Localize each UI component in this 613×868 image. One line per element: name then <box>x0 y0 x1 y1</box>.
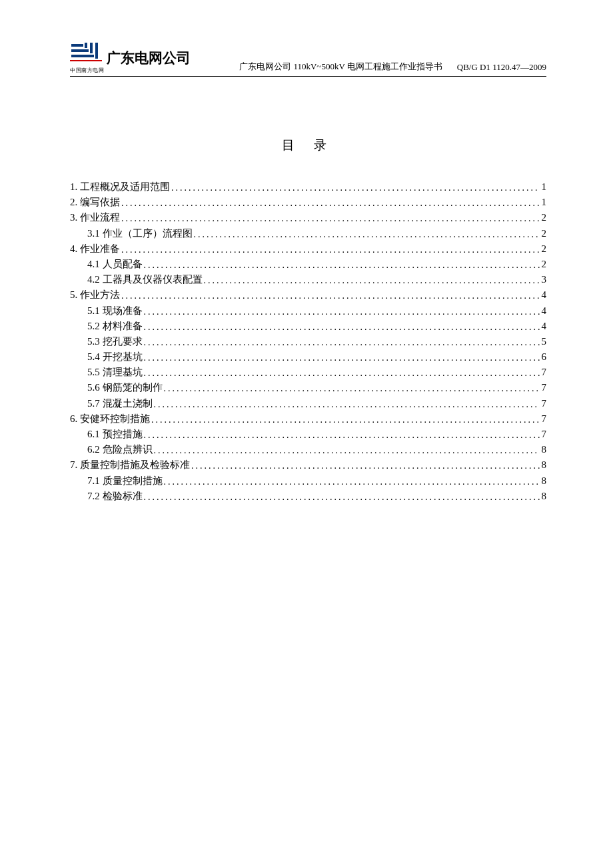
toc-entry-label: 2. 编写依据 <box>70 197 120 207</box>
toc-entry-page: 6 <box>540 352 546 362</box>
toc-entry-page: 7 <box>540 414 546 424</box>
toc-entry-label: 4.1 人员配备 <box>87 259 143 269</box>
toc-entry-page: 2 <box>540 244 546 254</box>
toc-entry-text: 6.1 预控措施 <box>87 429 143 439</box>
toc-entry: 3. 作业流程2 <box>70 213 546 223</box>
toc-entry-page: 5 <box>540 337 546 347</box>
toc-entry-label: 6. 安健环控制措施 <box>70 414 150 424</box>
toc-entry-text: 作业方法 <box>77 289 120 300</box>
toc-entry: 5.6 钢筋笼的制作7 <box>70 383 546 393</box>
toc-leader-dots <box>143 323 540 332</box>
toc-leader-dots <box>190 461 540 471</box>
toc-entry-page: 3 <box>540 275 546 285</box>
svg-rect-3 <box>85 43 87 48</box>
toc-entry-page: 7 <box>540 367 546 377</box>
toc-entry-number: 4. <box>70 243 77 254</box>
toc-entry: 2. 编写依据1 <box>70 197 546 207</box>
header-right: 广东电网公司 110kV~500kV 电网工程施工作业指导书 QB/G D1 1… <box>191 61 546 74</box>
toc-leader-dots <box>143 353 540 363</box>
toc-entry-number: 6. <box>70 413 77 424</box>
toc-entry-label: 5.7 混凝土浇制 <box>87 399 153 409</box>
toc-entry: 6.2 危险点辨识8 <box>70 445 546 455</box>
toc-entry-text: 5.6 钢筋笼的制作 <box>87 382 163 393</box>
toc-leader-dots <box>143 493 540 502</box>
toc-leader-dots <box>143 261 540 270</box>
toc-entry-label: 3.1 作业（工序）流程图 <box>87 229 193 239</box>
toc-entry: 5. 作业方法4 <box>70 290 546 300</box>
toc-entry-text: 5.4 开挖基坑 <box>87 351 143 362</box>
toc-entry-page: 8 <box>540 476 546 486</box>
toc-entry-text: 5.1 现场准备 <box>87 305 143 316</box>
toc-entry-number: 7. <box>70 459 77 470</box>
toc-entry-page: 1 <box>540 182 546 192</box>
toc-entry-page: 1 <box>540 197 546 207</box>
toc-entry-page: 4 <box>540 321 546 331</box>
toc-entry: 4. 作业准备2 <box>70 244 546 254</box>
toc-entry-label: 4. 作业准备 <box>70 244 120 254</box>
toc-leader-dots <box>120 291 540 301</box>
toc-entry: 5.7 混凝土浇制 7 <box>70 399 546 409</box>
toc-entry: 5.1 现场准备4 <box>70 306 546 316</box>
toc-entry: 5.3 挖孔要求5 <box>70 337 546 347</box>
toc-entry-number: 1. <box>70 181 77 192</box>
toc-entry-label: 5. 作业方法 <box>70 290 120 300</box>
toc-leader-dots <box>153 446 540 455</box>
toc-leader-dots <box>120 245 540 255</box>
toc-entry: 7.2 检验标准8 <box>70 491 546 501</box>
toc-entry: 7. 质量控制措施及检验标准8 <box>70 460 546 470</box>
toc-leader-dots <box>170 183 540 193</box>
toc-entry-text: 质量控制措施及检验标准 <box>77 459 190 470</box>
toc-entry-number: 5. <box>70 289 77 300</box>
toc-entry-label: 5.2 材料准备 <box>87 321 143 331</box>
logo-wrapper: 中国南方电网 <box>70 40 104 74</box>
toc-entry-text: 7.1 质量控制措施 <box>87 475 163 486</box>
toc-entry-label: 5.5 清理基坑 <box>87 367 143 377</box>
toc-entry-label: 5.6 钢筋笼的制作 <box>87 383 163 393</box>
toc-entry-text: 6.2 危险点辨识 <box>87 444 153 455</box>
company-name: 广东电网公司 <box>107 51 191 74</box>
toc-entry-text: 3.1 作业（工序）流程图 <box>87 228 193 239</box>
toc-leader-dots <box>143 338 540 347</box>
toc-entry: 3.1 作业（工序）流程图2 <box>70 229 546 239</box>
toc-entry-label: 5.4 开挖基坑 <box>87 352 143 362</box>
toc-entry-text: 工程概况及适用范围 <box>77 181 170 192</box>
toc-entry: 4.1 人员配备2 <box>70 259 546 269</box>
toc-leader-dots <box>163 384 540 393</box>
toc-entry-label: 6.2 危险点辨识 <box>87 445 153 455</box>
document-page: 中国南方电网 广东电网公司 广东电网公司 110kV~500kV 电网工程施工作… <box>0 0 613 547</box>
toc-leader-dots <box>150 415 540 425</box>
toc-entry-page: 4 <box>540 306 546 316</box>
toc-entry-page: 4 <box>540 290 546 300</box>
toc-entry-page: 7 <box>540 383 546 393</box>
toc-entry-text: 4.2 工器具及仪器仪表配置 <box>87 274 203 285</box>
csg-logo-icon <box>70 40 102 65</box>
toc-entry-number: 2. <box>70 197 77 207</box>
header-doc-title: 广东电网公司 110kV~500kV 电网工程施工作业指导书 <box>239 61 442 73</box>
toc-entry-label: 6.1 预控措施 <box>87 429 143 439</box>
toc-entry-text: 安健环控制措施 <box>77 413 150 424</box>
toc-entry-label: 3. 作业流程 <box>70 213 120 223</box>
toc-entry-text: 5.2 材料准备 <box>87 321 143 331</box>
toc-entry-page: 8 <box>540 445 546 455</box>
toc-entry-text: 7.2 检验标准 <box>87 491 143 501</box>
toc-leader-dots <box>143 369 540 378</box>
toc-leader-dots <box>143 431 540 440</box>
logo-block: 中国南方电网 广东电网公司 <box>70 40 191 74</box>
toc-entry: 5.2 材料准备4 <box>70 321 546 331</box>
toc-title: 目 录 <box>70 137 546 154</box>
toc-entry-page: 2 <box>540 259 546 269</box>
toc-leader-dots <box>163 477 540 487</box>
toc-entry: 6.1 预控措施 7 <box>70 429 546 439</box>
toc-entry: 1. 工程概况及适用范围1 <box>70 182 546 192</box>
toc-entry: 4.2 工器具及仪器仪表配置3 <box>70 275 546 285</box>
logo-subtitle: 中国南方电网 <box>70 67 104 74</box>
table-of-contents: 1. 工程概况及适用范围12. 编写依据13. 作业流程23.1 作业（工序）流… <box>70 182 546 501</box>
toc-entry-text: 5.5 清理基坑 <box>87 367 143 377</box>
toc-entry-label: 7. 质量控制措施及检验标准 <box>70 460 190 470</box>
svg-rect-1 <box>95 43 98 59</box>
svg-rect-4 <box>70 60 102 61</box>
toc-leader-dots <box>153 400 540 409</box>
toc-entry-page: 7 <box>540 399 546 409</box>
toc-entry-page: 2 <box>540 229 546 239</box>
toc-entry-label: 5.3 挖孔要求 <box>87 337 143 347</box>
